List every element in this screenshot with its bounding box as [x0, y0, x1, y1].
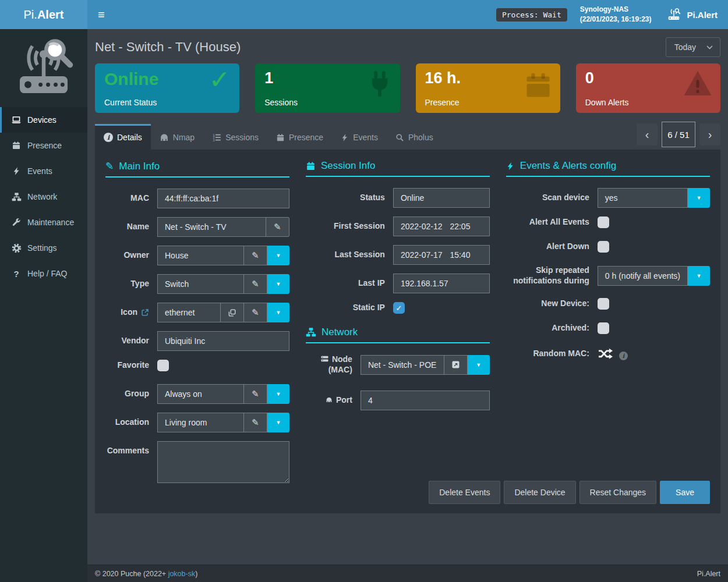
- card-down-alerts[interactable]: 0 Down Alerts: [576, 63, 720, 113]
- sidebar-item-maintenance[interactable]: Maintenance: [0, 210, 87, 235]
- first-session-input[interactable]: 2022-02-12 22:05: [393, 217, 490, 236]
- reset-changes-button[interactable]: Reset Changes: [579, 481, 657, 504]
- tab-sessions[interactable]: 123 Sessions: [203, 124, 267, 150]
- tab-nmap[interactable]: Nmap: [151, 124, 203, 150]
- skip-notifications-select[interactable]: 0 h (notify all events): [598, 266, 688, 286]
- type-input[interactable]: Switch: [157, 274, 244, 294]
- vendor-input[interactable]: Ubiquiti Inc: [157, 331, 289, 351]
- pencil-icon: ✎: [252, 417, 259, 428]
- pencil-icon: ✎: [252, 279, 259, 289]
- favorite-checkbox[interactable]: [157, 360, 169, 371]
- last-ip-input[interactable]: 192.168.1.57: [393, 274, 490, 293]
- sidebar-item-settings[interactable]: Settings: [0, 235, 87, 261]
- field-label: MAC: [105, 193, 149, 204]
- scan-device-dropdown-button[interactable]: ▼: [688, 188, 710, 208]
- field-label-text: Port: [336, 395, 352, 404]
- field-label: Name: [105, 222, 149, 232]
- location-dropdown-button[interactable]: ▼: [267, 413, 289, 432]
- alert-all-events-checkbox[interactable]: [598, 217, 609, 228]
- tab-label: Pholus: [408, 133, 433, 142]
- section-title: Events & Alerts config: [520, 160, 616, 172]
- wrench-icon: [10, 218, 22, 227]
- field-favorite: Favorite: [105, 360, 289, 371]
- card-presence[interactable]: 16 h. Presence: [416, 63, 560, 113]
- pencil-icon: ✎: [105, 160, 114, 172]
- field-first-session: First Session 2022-02-12 22:05: [306, 217, 490, 236]
- edit-type-button[interactable]: ✎: [244, 274, 267, 294]
- calendar-icon: [10, 141, 22, 150]
- sitemap-icon: [10, 192, 22, 202]
- brand-logo[interactable]: Pi.Alert: [0, 0, 87, 29]
- topbar: Pi.Alert ≡ Process: Wait Synology-NAS (2…: [0, 0, 728, 29]
- skip-notifications-dropdown-button[interactable]: ▼: [688, 266, 710, 286]
- group-dropdown-button[interactable]: ▼: [267, 384, 289, 404]
- node-input[interactable]: Net - Switch - POE: [361, 355, 444, 375]
- sidebar-item-label: Devices: [27, 115, 56, 125]
- field-label: Last Session: [306, 250, 385, 260]
- alert-down-checkbox[interactable]: [598, 241, 609, 253]
- edit-location-button[interactable]: ✎: [244, 413, 267, 432]
- edit-name-button[interactable]: ✎: [266, 217, 289, 237]
- action-buttons: Delete Events Delete Device Reset Change…: [429, 481, 710, 504]
- comments-textarea[interactable]: [157, 441, 289, 483]
- new-device-checkbox[interactable]: [598, 298, 609, 310]
- status-input[interactable]: Online: [393, 188, 490, 208]
- location-input[interactable]: Living room: [157, 413, 244, 432]
- next-device-button[interactable]: ›: [699, 123, 720, 146]
- author-link[interactable]: jokob-sk: [168, 570, 196, 578]
- icon-dropdown-button[interactable]: ▼: [267, 303, 289, 322]
- field-label: Alert All Events: [506, 217, 589, 228]
- delete-device-button[interactable]: Delete Device: [504, 481, 575, 504]
- owner-dropdown-button[interactable]: ▼: [267, 246, 289, 265]
- sidebar-toggle-icon[interactable]: ≡: [87, 0, 115, 29]
- save-button[interactable]: Save: [660, 481, 710, 504]
- sidebar-item-label: Presence: [27, 141, 62, 150]
- group-input[interactable]: Always on: [157, 384, 244, 404]
- static-ip-checkbox[interactable]: ✓: [393, 302, 405, 314]
- tab-details[interactable]: i Details: [95, 124, 151, 150]
- info-tooltip-icon[interactable]: i: [619, 352, 628, 360]
- field-label: Archived:: [506, 323, 589, 333]
- sidebar-item-events[interactable]: Events: [0, 158, 87, 184]
- mac-input[interactable]: 44:ff:ff:ca:ba:1f: [157, 189, 289, 208]
- card-current-status[interactable]: Online Current Status ✓: [95, 63, 239, 113]
- field-status: Status Online: [306, 188, 490, 208]
- prev-device-button[interactable]: ‹: [637, 123, 658, 146]
- field-owner: Owner House ✎ ▼: [105, 246, 289, 265]
- card-sessions[interactable]: 1 Sessions: [255, 63, 400, 113]
- port-input[interactable]: 4: [361, 391, 490, 410]
- tab-events[interactable]: Events: [332, 124, 387, 150]
- tab-label: Presence: [289, 133, 323, 142]
- open-node-button[interactable]: [444, 355, 468, 375]
- sidebar-item-presence[interactable]: Presence: [0, 133, 87, 158]
- calendar-icon: [276, 133, 285, 142]
- tab-presence[interactable]: Presence: [267, 124, 332, 150]
- edit-group-button[interactable]: ✎: [244, 384, 267, 404]
- copy-icon-button[interactable]: [221, 303, 244, 322]
- device-pager: ‹ 6 / 51 ›: [637, 122, 720, 147]
- tab-pholus[interactable]: Pholus: [387, 124, 442, 150]
- node-dropdown-button[interactable]: ▼: [468, 355, 490, 375]
- field-label: Group: [105, 389, 149, 399]
- sidebar-item-label: Settings: [27, 243, 57, 253]
- delete-events-button[interactable]: Delete Events: [429, 481, 500, 504]
- type-dropdown-button[interactable]: ▼: [267, 274, 289, 294]
- owner-input[interactable]: House: [157, 246, 244, 265]
- scan-device-select[interactable]: yes: [598, 188, 688, 208]
- name-input[interactable]: Net - Switch - TV: [157, 217, 266, 237]
- sidebar-item-devices[interactable]: Devices: [0, 107, 87, 133]
- caret-down-icon: ▼: [275, 391, 281, 397]
- sidebar-item-help[interactable]: ? Help / FAQ: [0, 261, 87, 286]
- host-timestamp: (22/01/2023, 16:19:23): [580, 15, 652, 24]
- field-comments: Comments: [105, 441, 289, 483]
- icon-input[interactable]: ethernet: [157, 303, 221, 322]
- external-link-icon[interactable]: [141, 308, 149, 317]
- archived-checkbox[interactable]: [598, 322, 609, 334]
- edit-owner-button[interactable]: ✎: [244, 246, 267, 265]
- last-session-input[interactable]: 2022-07-17 15:40: [393, 245, 490, 265]
- edit-icon-button[interactable]: ✎: [244, 303, 267, 322]
- field-label: Alert Down: [506, 242, 589, 252]
- period-select[interactable]: Today: [666, 37, 720, 57]
- sidebar-item-network[interactable]: Network: [0, 184, 87, 210]
- main-info-section: ✎ Main Info MAC 44:ff:ff:ca:ba:1f Name N…: [105, 160, 289, 492]
